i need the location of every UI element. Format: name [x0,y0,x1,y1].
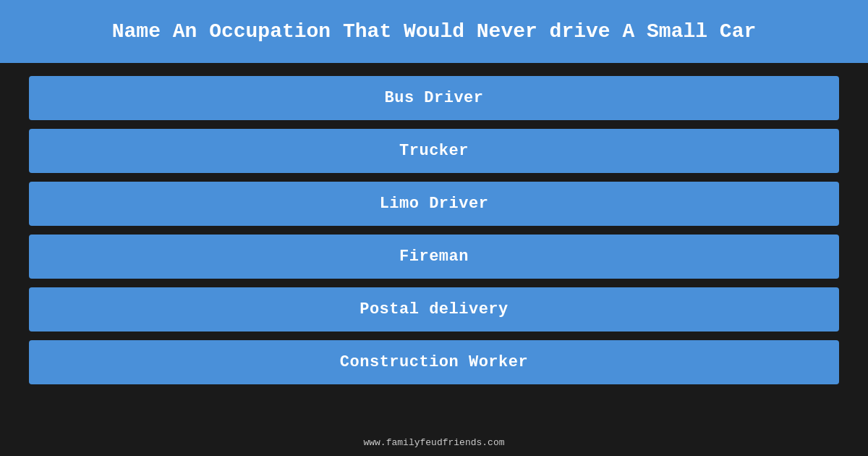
answer-row: Construction Worker [29,340,839,384]
question-header: Name An Occupation That Would Never driv… [0,0,868,63]
answer-row: Bus Driver [29,76,839,120]
answers-container: Bus DriverTruckerLimo DriverFiremanPosta… [0,63,868,397]
answer-label: Bus Driver [384,89,483,107]
footer: www.familyfeudfriends.com [0,436,868,449]
answer-label: Postal delivery [359,300,509,318]
answer-label: Trucker [399,142,469,160]
answer-row: Fireman [29,235,839,279]
answer-label: Limo Driver [380,195,489,213]
answer-label: Construction Worker [340,353,528,371]
answer-row: Limo Driver [29,182,839,226]
answer-row: Trucker [29,129,839,173]
footer-url: www.familyfeudfriends.com [363,437,504,448]
answer-label: Fireman [399,248,469,266]
question-title: Name An Occupation That Would Never driv… [112,20,757,43]
answer-row: Postal delivery [29,287,839,332]
